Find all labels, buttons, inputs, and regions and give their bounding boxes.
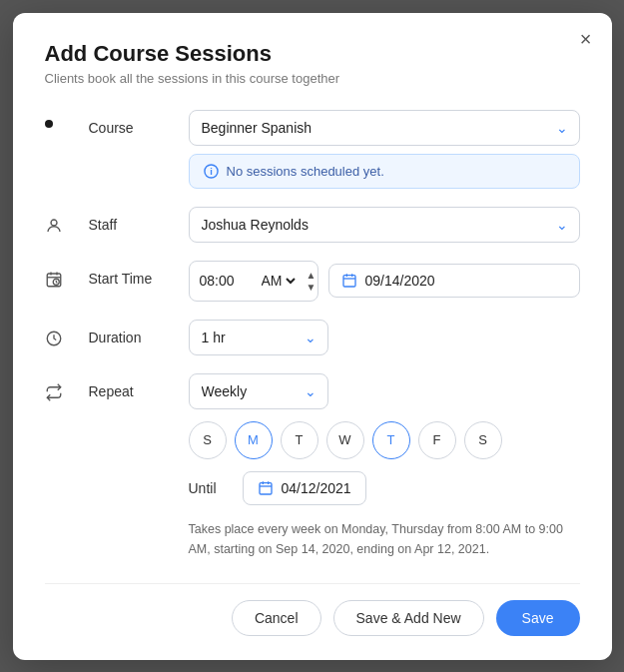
save-add-new-button[interactable]: Save & Add New: [333, 600, 484, 636]
until-calendar-icon: [258, 480, 274, 496]
staff-select[interactable]: Joshua Reynolds: [189, 207, 580, 243]
duration-select-wrapper: 1 hr 30 min 1.5 hr 2 hr ⌄: [189, 320, 328, 355]
day-button-thu[interactable]: T: [372, 421, 410, 459]
duration-label: Duration: [89, 320, 189, 345]
repeat-controls: Weekly Daily Monthly ⌄ S M T W T F S Unt…: [189, 373, 580, 559]
course-row: Course Beginner Spanish ⌄ i No sessions …: [45, 110, 580, 189]
course-label: Course: [89, 110, 189, 136]
day-button-sun[interactable]: S: [189, 421, 227, 459]
course-select-wrapper: Beginner Spanish ⌄: [189, 110, 580, 146]
date-value: 09/14/2020: [365, 273, 435, 289]
info-icon: i: [204, 164, 219, 179]
date-input-box[interactable]: 09/14/2020: [328, 264, 580, 298]
svg-point-2: [51, 220, 57, 226]
days-row: S M T W T F S: [189, 421, 580, 459]
time-row: AM PM ▲ ▼ 09/14/2020: [189, 261, 580, 302]
time-input-box: AM PM ▲ ▼: [189, 261, 318, 302]
svg-rect-13: [260, 482, 272, 493]
ampm-select[interactable]: AM PM: [258, 272, 299, 290]
info-message: No sessions scheduled yet.: [227, 164, 384, 179]
duration-icon-wrap: [45, 320, 89, 347]
until-row: Until 04/12/2021: [189, 471, 580, 505]
day-button-wed[interactable]: W: [326, 421, 364, 459]
duration-row: Duration 1 hr 30 min 1.5 hr 2 hr ⌄: [45, 320, 580, 355]
staff-controls: Joshua Reynolds ⌄: [189, 207, 580, 243]
svg-rect-8: [343, 276, 355, 287]
repeat-row: Repeat Weekly Daily Monthly ⌄ S M T W T …: [45, 373, 580, 559]
staff-icon-wrap: [45, 207, 89, 235]
course-info-banner: i No sessions scheduled yet.: [189, 154, 580, 189]
day-button-fri[interactable]: F: [418, 421, 456, 459]
course-select[interactable]: Beginner Spanish: [189, 110, 580, 146]
repeat-icon: [45, 383, 63, 401]
staff-label: Staff: [89, 207, 189, 233]
start-time-row: Start Time AM PM ▲ ▼: [45, 261, 580, 302]
start-time-label: Start Time: [89, 261, 189, 287]
bullet-dot: [45, 120, 53, 128]
until-date-box[interactable]: 04/12/2021: [243, 471, 366, 505]
save-button[interactable]: Save: [496, 600, 580, 636]
modal-subtitle: Clients book all the sessions in this co…: [45, 71, 580, 86]
repeat-label: Repeat: [89, 373, 189, 399]
person-icon: [45, 217, 63, 235]
svg-text:i: i: [210, 167, 213, 177]
staff-select-wrapper: Joshua Reynolds ⌄: [189, 207, 580, 243]
start-time-icon-wrap: [45, 261, 89, 289]
duration-controls: 1 hr 30 min 1.5 hr 2 hr ⌄: [189, 320, 580, 355]
day-button-tue[interactable]: T: [281, 421, 318, 459]
calendar-icon: [341, 273, 357, 289]
clock-icon: [45, 330, 63, 347]
until-label: Until: [189, 480, 233, 496]
time-arrows[interactable]: ▲ ▼: [307, 270, 316, 293]
day-button-mon[interactable]: M: [235, 421, 273, 459]
summary-text: Takes place every week on Monday, Thursd…: [189, 519, 580, 559]
repeat-icon-wrap: [45, 373, 89, 401]
modal-container: × Add Course Sessions Clients book all t…: [13, 13, 612, 660]
start-time-controls: AM PM ▲ ▼ 09/14/2020: [189, 261, 580, 302]
course-icon: [45, 110, 89, 128]
until-date-value: 04/12/2021: [282, 480, 351, 496]
time-input[interactable]: [200, 273, 250, 289]
course-controls: Beginner Spanish ⌄ i No sessions schedul…: [189, 110, 580, 189]
modal-footer: Cancel Save & Add New Save: [45, 583, 580, 636]
staff-row: Staff Joshua Reynolds ⌄: [45, 207, 580, 243]
duration-select[interactable]: 1 hr 30 min 1.5 hr 2 hr: [189, 320, 328, 355]
modal-title: Add Course Sessions: [45, 41, 580, 67]
day-button-sat[interactable]: S: [464, 421, 502, 459]
cancel-button[interactable]: Cancel: [232, 600, 321, 636]
close-button[interactable]: ×: [580, 29, 592, 49]
calendar-clock-icon: [45, 271, 63, 289]
repeat-select-wrapper: Weekly Daily Monthly ⌄: [189, 373, 328, 409]
repeat-select[interactable]: Weekly Daily Monthly: [189, 373, 328, 409]
